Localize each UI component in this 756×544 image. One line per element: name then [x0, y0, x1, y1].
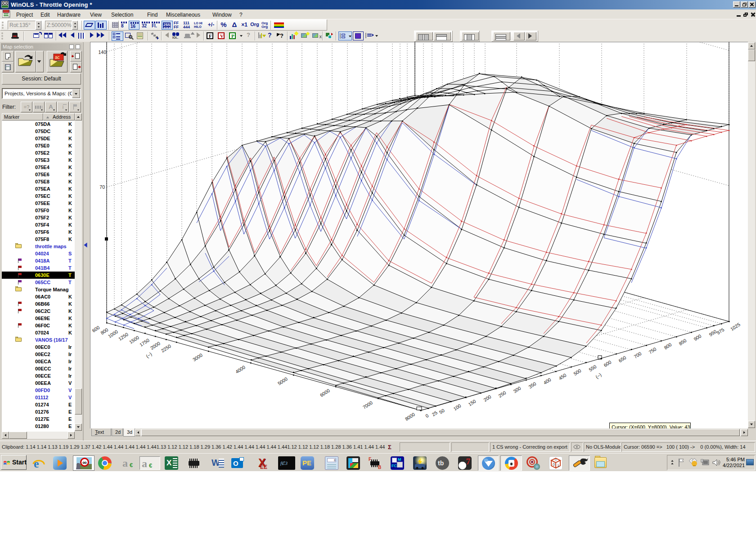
svg-text:650: 650 [617, 355, 627, 364]
svg-text:600: 600 [91, 325, 100, 334]
svg-text:900: 900 [693, 333, 702, 342]
svg-text:140: 140 [98, 49, 106, 55]
svg-text:1250: 1250 [117, 331, 129, 342]
svg-text:3000: 3000 [192, 352, 203, 362]
svg-text:25: 25 [431, 410, 438, 417]
svg-text:50: 50 [438, 407, 446, 415]
svg-text:2250: 2250 [160, 343, 172, 353]
svg-text:0: 0 [424, 413, 430, 419]
svg-text:600: 600 [603, 359, 612, 368]
svg-text:150: 150 [467, 398, 477, 407]
svg-text:1025: 1025 [729, 321, 741, 332]
svg-text:250: 250 [497, 390, 507, 399]
svg-text:200: 200 [482, 394, 492, 403]
svg-text:975: 975 [716, 327, 725, 336]
svg-text:1750: 1750 [139, 337, 150, 348]
svg-text:750: 750 [648, 346, 657, 355]
svg-text:0: 0 [553, 462, 555, 467]
svg-text:B: B [378, 465, 381, 470]
svg-text:5000: 5000 [277, 376, 288, 386]
svg-text:ac: ac [55, 55, 60, 60]
svg-text:6000: 6000 [319, 388, 331, 398]
svg-text:70: 70 [99, 184, 105, 190]
svg-text:300: 300 [512, 385, 522, 394]
svg-text:500: 500 [572, 368, 582, 377]
svg-text:4000: 4000 [234, 364, 246, 375]
svg-text:1: 1 [557, 464, 559, 468]
svg-text:8000: 8000 [404, 411, 416, 422]
svg-text:e: e [34, 457, 39, 470]
svg-text:550: 550 [588, 364, 597, 373]
svg-text:400: 400 [542, 377, 552, 386]
svg-text:850: 850 [678, 338, 687, 347]
svg-text:7000: 7000 [362, 400, 374, 410]
svg-text:2000: 2000 [149, 340, 161, 351]
svg-text:100: 100 [452, 403, 462, 412]
svg-text:450: 450 [558, 372, 567, 381]
svg-text:700: 700 [633, 351, 642, 360]
svg-text:350: 350 [527, 381, 537, 390]
svg-text:F: F [369, 457, 371, 462]
svg-text:800: 800 [663, 342, 672, 351]
svg-text:950: 950 [708, 329, 717, 338]
svg-text:(~): (~) [594, 372, 603, 379]
svg-text:(~): (~) [145, 351, 153, 359]
